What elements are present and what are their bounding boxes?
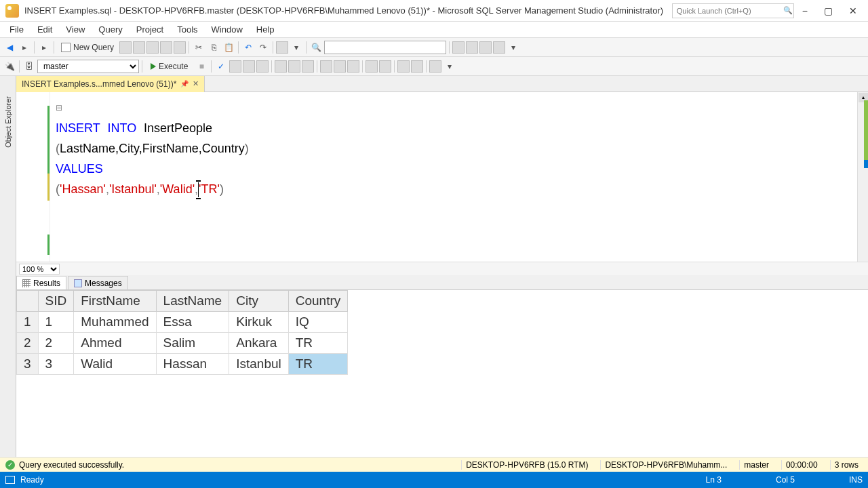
sql-tb-icon-7[interactable]	[320, 60, 332, 73]
tab-label: INSERT Examples.s...mmed Lenovo (51))*	[22, 79, 176, 89]
close-button[interactable]: ✕	[849, 5, 857, 16]
code-editor[interactable]: ⊟ INSERT INTO InsertPeople (LastName,Cit…	[16, 92, 868, 262]
results-tab-strip: Results Messages	[16, 275, 868, 290]
toolbar-icon-4[interactable]	[160, 41, 172, 54]
menu-edit[interactable]: Edit	[31, 24, 59, 35]
sql-tb-icon-2[interactable]	[243, 60, 255, 73]
toolbar-overflow-1[interactable]: ▾	[507, 41, 520, 54]
sql-tb-icon-6[interactable]	[302, 60, 314, 73]
pin-icon[interactable]: 📌	[180, 80, 189, 87]
sql-tb-icon-13[interactable]	[411, 60, 423, 73]
sql-tb-icon-3[interactable]	[256, 60, 269, 73]
nav-back-icon[interactable]: ◀	[3, 41, 16, 54]
toolbar-icon-10[interactable]	[493, 41, 505, 54]
minimize-button[interactable]: −	[802, 5, 808, 16]
editor-scrollbar[interactable]: ▴	[857, 92, 868, 262]
row-number[interactable]: 2	[17, 333, 39, 354]
code-content[interactable]: ⊟ INSERT INTO InsertPeople (LastName,Cit…	[50, 92, 868, 262]
sql-tb-icon-11[interactable]	[379, 60, 391, 73]
sql-tb-icon-14[interactable]	[429, 60, 441, 73]
messages-tab-label: Messages	[85, 279, 122, 288]
redo-icon[interactable]: ↷	[256, 41, 270, 54]
toolbar-icon-8[interactable]	[466, 41, 478, 54]
toolbar-icon-2[interactable]	[133, 41, 145, 54]
cell-lastname[interactable]: Salim	[156, 333, 229, 354]
toolbar-icon-5[interactable]	[174, 41, 186, 54]
toolbar-overflow-2[interactable]: ▾	[443, 60, 456, 73]
grid-corner[interactable]	[17, 291, 39, 312]
sql-tb-icon-9[interactable]	[347, 60, 359, 73]
col-sid[interactable]: SID	[38, 291, 74, 312]
tab-close-icon[interactable]: ✕	[193, 79, 199, 88]
cell-lastname[interactable]: Essa	[156, 312, 229, 333]
cell-sid[interactable]: 1	[38, 312, 74, 333]
sql-tb-icon-4[interactable]	[275, 60, 287, 73]
cell-firstname[interactable]: Ahmed	[74, 333, 156, 354]
sql-tb-icon-10[interactable]	[366, 60, 378, 73]
results-grid[interactable]: SID FirstName LastName City Country 1 1 …	[16, 290, 868, 457]
cell-city[interactable]: Istanbul	[229, 354, 289, 375]
toolbar-dropdown-1[interactable]: ▾	[290, 41, 303, 54]
cell-country[interactable]: TR	[288, 333, 348, 354]
col-country[interactable]: Country	[288, 291, 348, 312]
toolbar-icon-9[interactable]	[479, 41, 492, 54]
toolbar-icon-7[interactable]	[452, 41, 465, 54]
status-col: Col 5	[776, 475, 795, 485]
maximize-button[interactable]: ▢	[824, 5, 833, 16]
toolbar-icon-3[interactable]	[146, 41, 159, 54]
status-rows: 3 rows	[830, 460, 863, 470]
cell-sid[interactable]: 2	[38, 333, 74, 354]
toolbar-icon-6[interactable]	[276, 41, 288, 54]
menu-query[interactable]: Query	[92, 24, 129, 35]
find-icon[interactable]: 🔍	[309, 41, 323, 54]
results-tab[interactable]: Results	[16, 276, 66, 289]
object-explorer-panel[interactable]: Object Explorer	[0, 76, 16, 457]
status-server: DESKTOP-HPV6RFB (15.0 RTM)	[461, 460, 592, 470]
col-city[interactable]: City	[229, 291, 289, 312]
menu-project[interactable]: Project	[130, 24, 170, 35]
menu-view[interactable]: View	[59, 24, 92, 35]
row-number[interactable]: 1	[17, 312, 39, 333]
undo-icon[interactable]: ↶	[241, 41, 255, 54]
new-file-icon[interactable]: ▸	[37, 41, 51, 54]
col-firstname[interactable]: FirstName	[74, 291, 156, 312]
menu-help[interactable]: Help	[250, 24, 281, 35]
cell-lastname[interactable]: Hassan	[156, 354, 229, 375]
window-title: INSERT Examples.sql - DESKTOP-HPV6RFB.ma…	[24, 5, 672, 16]
menu-tools[interactable]: Tools	[170, 24, 204, 35]
row-number[interactable]: 3	[17, 354, 39, 375]
cell-country[interactable]: TR	[288, 354, 348, 375]
search-icon[interactable]: 🔍	[783, 6, 793, 15]
cell-city[interactable]: Kirkuk	[229, 312, 289, 333]
menu-file[interactable]: File	[3, 24, 31, 35]
parse-icon[interactable]: ✓	[214, 60, 228, 73]
execute-button[interactable]: Execute	[145, 62, 193, 71]
cell-firstname[interactable]: Walid	[74, 354, 156, 375]
paste-icon[interactable]: 📋	[222, 41, 235, 54]
menu-window[interactable]: Window	[205, 24, 250, 35]
cell-country[interactable]: IQ	[288, 312, 348, 333]
new-query-button[interactable]: New Query	[57, 43, 118, 52]
cut-icon[interactable]: ✂	[192, 41, 205, 54]
quick-launch-input[interactable]	[672, 3, 794, 18]
editor-tab[interactable]: INSERT Examples.s...mmed Lenovo (51))* 📌…	[16, 76, 205, 92]
copy-icon[interactable]: ⎘	[207, 41, 220, 54]
toolbar-icon-1[interactable]	[119, 41, 132, 54]
database-select-icon[interactable]: 🗄	[22, 60, 36, 73]
cell-city[interactable]: Ankara	[229, 333, 289, 354]
find-combo[interactable]	[324, 41, 446, 54]
table-row: 2 2 Ahmed Salim Ankara TR	[17, 333, 348, 354]
col-lastname[interactable]: LastName	[156, 291, 229, 312]
stop-icon[interactable]: ■	[195, 60, 208, 73]
cell-firstname[interactable]: Muhammed	[74, 312, 156, 333]
change-connection-icon[interactable]: 🔌	[3, 60, 16, 73]
database-dropdown[interactable]: master	[37, 60, 139, 73]
sql-tb-icon-1[interactable]	[229, 60, 241, 73]
cell-sid[interactable]: 3	[38, 354, 74, 375]
zoom-select[interactable]: 100 %	[19, 264, 60, 274]
sql-tb-icon-8[interactable]	[334, 60, 346, 73]
messages-tab[interactable]: Messages	[68, 276, 128, 289]
sql-tb-icon-5[interactable]	[288, 60, 300, 73]
sql-tb-icon-12[interactable]	[397, 60, 410, 73]
nav-fwd-icon[interactable]: ▸	[18, 41, 31, 54]
